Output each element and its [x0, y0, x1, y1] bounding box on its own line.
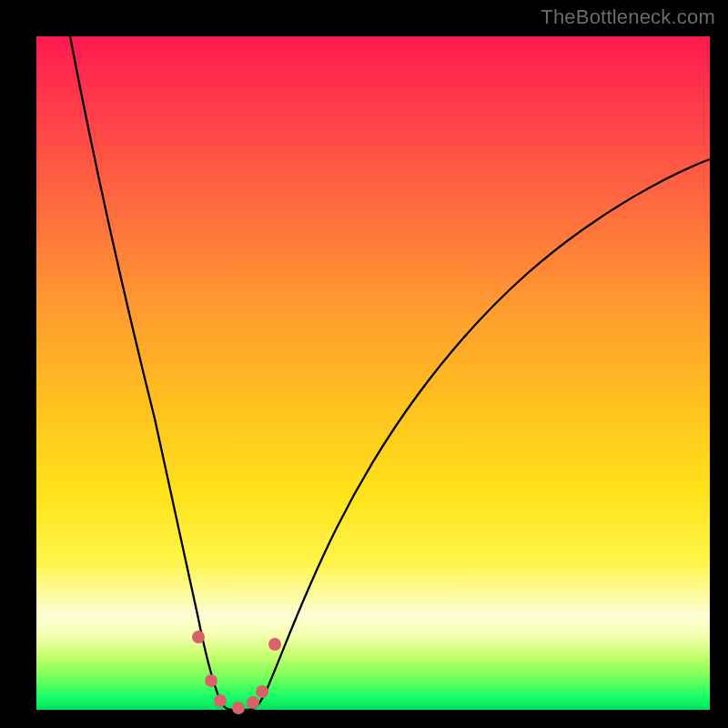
svg-point-5: [256, 685, 268, 698]
svg-point-3: [232, 702, 245, 714]
svg-point-4: [247, 696, 259, 709]
svg-point-1: [205, 674, 217, 687]
chart-frame: TheBottleneck.com: [0, 0, 728, 728]
svg-point-2: [214, 694, 227, 707]
threshold-markers: [192, 631, 281, 714]
watermark-text: TheBottleneck.com: [541, 5, 715, 29]
left-curve: [70, 36, 231, 710]
svg-point-6: [268, 638, 281, 651]
curves-svg: [36, 36, 710, 710]
right-curve: [248, 159, 710, 710]
plot-area: [36, 36, 710, 710]
svg-point-0: [192, 631, 205, 643]
